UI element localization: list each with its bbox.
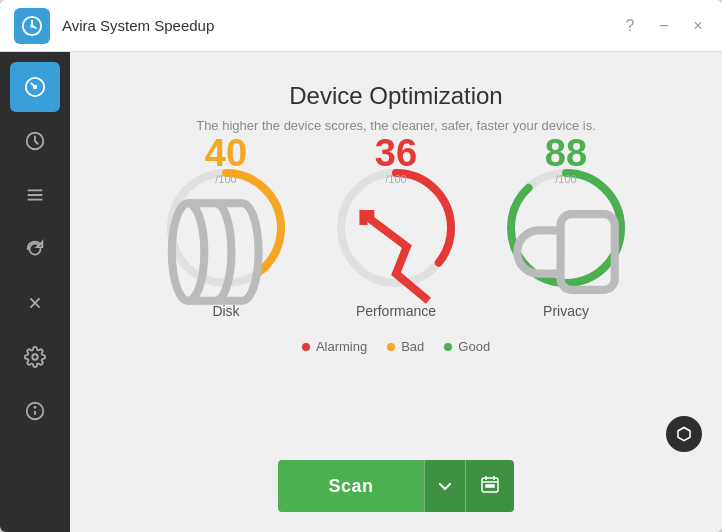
- performance-score-number: 36: [375, 134, 417, 172]
- scores-row: 40 /100 Disk: [161, 163, 631, 319]
- svg-point-15: [172, 203, 205, 301]
- page-title: Device Optimization: [289, 82, 502, 110]
- svg-point-9: [32, 354, 38, 360]
- main-layout: Device Optimization The higher the devic…: [0, 52, 722, 532]
- performance-icon: [331, 187, 461, 322]
- close-button[interactable]: ×: [688, 16, 708, 36]
- bad-dot: [387, 343, 395, 351]
- alarming-label: Alarming: [316, 339, 367, 354]
- privacy-score-inner: 88 /100: [501, 134, 631, 322]
- performance-score-inner: 36 /100: [331, 134, 461, 322]
- sidebar-item-info[interactable]: [10, 386, 60, 436]
- sidebar-item-clock[interactable]: [10, 116, 60, 166]
- legend-good: Good: [444, 339, 490, 354]
- main-window: Avira System Speedup ? − ×: [0, 0, 722, 532]
- score-performance: 36 /100 Performance: [331, 163, 461, 319]
- scan-dropdown-button[interactable]: [424, 460, 465, 512]
- svg-rect-27: [492, 485, 494, 487]
- legend-bad: Bad: [387, 339, 424, 354]
- page-subtitle: The higher the device scores, the cleane…: [196, 118, 596, 133]
- legend: Alarming Bad Good: [302, 339, 490, 354]
- performance-circle: 36 /100: [331, 163, 461, 293]
- svg-point-1: [30, 24, 34, 28]
- privacy-score-denom: /100: [555, 174, 576, 185]
- legend-alarming: Alarming: [302, 339, 367, 354]
- performance-score-denom: /100: [385, 174, 406, 185]
- disk-score-number: 40: [205, 134, 247, 172]
- content-area: Device Optimization The higher the devic…: [70, 52, 722, 532]
- svg-rect-20: [561, 214, 615, 290]
- sidebar-item-tools[interactable]: [10, 278, 60, 328]
- score-disk: 40 /100 Disk: [161, 163, 291, 319]
- disk-score-denom: /100: [215, 174, 236, 185]
- score-privacy: 88 /100 Privacy: [501, 163, 631, 319]
- sidebar-item-speedometer[interactable]: [10, 62, 60, 112]
- privacy-circle: 88 /100: [501, 163, 631, 293]
- sidebar: [0, 52, 70, 532]
- svg-rect-25: [486, 485, 488, 487]
- privacy-icon: [501, 187, 631, 322]
- minimize-button[interactable]: −: [654, 16, 674, 36]
- sidebar-item-refresh[interactable]: [10, 224, 60, 274]
- svg-rect-26: [489, 485, 491, 487]
- help-button[interactable]: ?: [620, 16, 640, 36]
- scan-calendar-button[interactable]: [465, 460, 514, 512]
- app-icon: [14, 8, 50, 44]
- disk-icon: [161, 187, 291, 322]
- sidebar-item-settings[interactable]: [10, 332, 60, 382]
- window-title: Avira System Speedup: [62, 17, 620, 34]
- svg-point-2: [34, 86, 37, 89]
- scan-row: Scan: [278, 460, 513, 512]
- title-bar: Avira System Speedup ? − ×: [0, 0, 722, 52]
- good-label: Good: [458, 339, 490, 354]
- scan-button[interactable]: Scan: [278, 460, 423, 512]
- title-controls: ? − ×: [620, 16, 708, 36]
- disk-score-inner: 40 /100: [161, 134, 291, 322]
- good-dot: [444, 343, 452, 351]
- sidebar-item-list[interactable]: [10, 170, 60, 220]
- privacy-score-number: 88: [545, 134, 587, 172]
- avira-badge[interactable]: [666, 416, 702, 452]
- alarming-dot: [302, 343, 310, 351]
- disk-circle: 40 /100: [161, 163, 291, 293]
- bad-label: Bad: [401, 339, 424, 354]
